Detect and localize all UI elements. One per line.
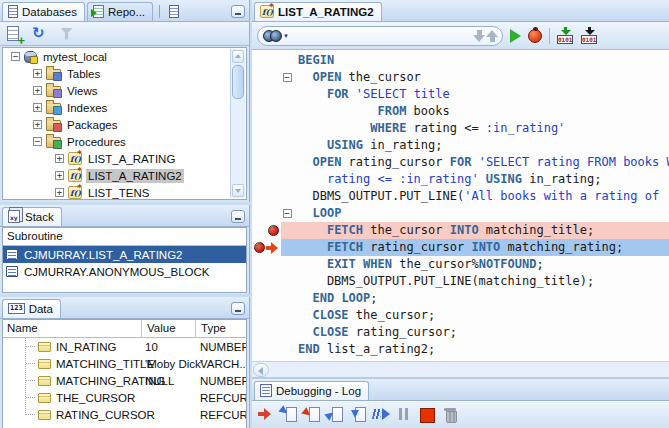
- data-row-matching_rating[interactable]: MATCHING_RATINGNULLNUMBER: [3, 372, 246, 389]
- resume-icon[interactable]: [372, 406, 391, 422]
- minimize-data-panel-button[interactable]: [231, 302, 245, 315]
- find-execution-point-icon[interactable]: [257, 406, 276, 422]
- pause-icon[interactable]: [395, 406, 414, 422]
- code-line-7[interactable]: OPEN rating_cursor FOR 'SELECT rating FR…: [252, 154, 669, 171]
- tab-debugging-log[interactable]: Debugging - Log: [254, 381, 369, 400]
- minimize-databases-panel-button[interactable]: [231, 5, 245, 18]
- search-options-caret-icon[interactable]: [282, 29, 291, 43]
- search-binoculars-icon[interactable]: [263, 29, 282, 42]
- expand-box-icon[interactable]: [33, 86, 42, 95]
- column-header-value[interactable]: Value: [141, 320, 176, 338]
- find-previous-icon[interactable]: [473, 28, 486, 44]
- code-line-8[interactable]: rating <= :in_rating' USING in_rating;: [252, 171, 669, 188]
- step-to-end-icon[interactable]: [349, 406, 368, 422]
- gutter-cell[interactable]: [252, 188, 281, 205]
- code-line-2[interactable]: OPEN the_cursor: [252, 69, 669, 86]
- scroll-left-icon[interactable]: [253, 363, 269, 377]
- code-line-11[interactable]: FETCH the_cursor INTO matching_title;: [252, 222, 669, 239]
- column-header-type[interactable]: Type: [195, 320, 226, 338]
- compile-for-debug-icon[interactable]: 0101: [581, 27, 598, 44]
- expand-box-icon[interactable]: [55, 188, 64, 197]
- stack-row[interactable]: CJMURRAY.ANONYMOUS_BLOCK: [3, 263, 246, 280]
- tree-item-list_a_rating[interactable]: LIST_A_RATING: [3, 150, 246, 167]
- search-field[interactable]: [257, 26, 503, 46]
- gutter-cell[interactable]: [252, 69, 281, 86]
- refresh-icon[interactable]: [31, 25, 50, 43]
- gutter-cell[interactable]: [252, 205, 281, 222]
- terminate-icon[interactable]: [418, 406, 437, 422]
- gutter-cell[interactable]: [252, 103, 281, 120]
- gutter-cell[interactable]: [252, 52, 281, 69]
- collapse-fold-icon[interactable]: [283, 73, 292, 82]
- data-row-rating_cursor[interactable]: RATING_CURSORREFCUR...: [3, 406, 246, 423]
- gutter-cell[interactable]: [252, 86, 281, 103]
- data-row-matching_title[interactable]: MATCHING_TITLE'Moby Dick'VARCH...: [3, 355, 246, 372]
- tree-item-packages[interactable]: Packages: [3, 116, 246, 133]
- code-line-6[interactable]: USING in_rating;: [252, 137, 669, 154]
- code-line-3[interactable]: FOR 'SELECT title: [252, 86, 669, 103]
- gutter-cell[interactable]: [252, 341, 281, 358]
- breakpoint-icon[interactable]: [254, 242, 265, 253]
- code-line-1[interactable]: BEGIN: [252, 52, 669, 69]
- code-line-9[interactable]: DBMS_OUTPUT.PUT_LINE('All books with a r…: [252, 188, 669, 205]
- tree-item-list_tens[interactable]: LIST_TENS: [3, 184, 246, 200]
- gutter-cell[interactable]: [252, 290, 281, 307]
- tab-data[interactable]: 123 Data: [2, 299, 61, 318]
- tree-scrollbar[interactable]: [230, 49, 245, 198]
- tab-document[interactable]: [166, 2, 182, 21]
- tree-item-views[interactable]: Views: [3, 82, 246, 99]
- code-line-5[interactable]: WHERE rating <= :in_rating': [252, 120, 669, 137]
- tab-databases[interactable]: Databases: [2, 2, 85, 21]
- code-line-14[interactable]: DBMS_OUTPUT.PUT_LINE(matching_title);: [252, 273, 669, 290]
- tab-stack[interactable]: Stack: [2, 207, 62, 226]
- find-next-icon[interactable]: [486, 28, 499, 44]
- scroll-up-icon[interactable]: [232, 50, 244, 63]
- minimize-stack-panel-button[interactable]: [231, 210, 245, 223]
- code-line-13[interactable]: EXIT WHEN the_cursor%NOTFOUND;: [252, 256, 669, 273]
- collapse-box-icon[interactable]: [11, 52, 20, 61]
- code-editor[interactable]: BEGIN OPEN the_cursor FOR 'SELECT title …: [252, 50, 669, 361]
- gutter-cell[interactable]: [252, 307, 281, 324]
- expand-box-icon[interactable]: [33, 120, 42, 129]
- gutter-cell[interactable]: [252, 154, 281, 171]
- data-row-the_cursor[interactable]: THE_CURSORREFCUR...: [3, 389, 246, 406]
- gutter-cell[interactable]: [252, 171, 281, 188]
- gutter-cell[interactable]: [252, 137, 281, 154]
- code-line-18[interactable]: END list_a_rating2;: [252, 341, 669, 358]
- tab-list-a-rating2[interactable]: LIST_A_RATING2: [254, 2, 382, 21]
- garbage-collect-icon[interactable]: [441, 406, 460, 422]
- code-line-15[interactable]: END LOOP;: [252, 290, 669, 307]
- filter-icon[interactable]: [57, 25, 76, 43]
- code-line-12[interactable]: FETCH rating_cursor INTO matching_rating…: [252, 239, 669, 256]
- editor-hscrollbar[interactable]: [252, 361, 669, 377]
- expand-box-icon[interactable]: [33, 103, 42, 112]
- gutter-cell[interactable]: [252, 324, 281, 341]
- add-document-icon[interactable]: [5, 25, 24, 43]
- collapse-box-icon[interactable]: [33, 137, 42, 146]
- code-line-17[interactable]: CLOSE rating_cursor;: [252, 324, 669, 341]
- db-tree[interactable]: mytest_localTablesViewsIndexesPackagesPr…: [2, 47, 247, 200]
- breakpoint-icon[interactable]: [268, 225, 279, 236]
- gutter-cell[interactable]: [252, 256, 281, 273]
- code-line-16[interactable]: CLOSE the_cursor;: [252, 307, 669, 324]
- gutter-cell[interactable]: [252, 273, 281, 290]
- tab-reports[interactable]: Repo...: [87, 2, 153, 21]
- tree-item-procedures[interactable]: Procedures: [3, 133, 246, 150]
- expand-box-icon[interactable]: [55, 154, 64, 163]
- debug-icon[interactable]: [528, 29, 542, 43]
- run-icon[interactable]: [510, 29, 521, 43]
- tree-item-tables[interactable]: Tables: [3, 65, 246, 82]
- compile-icon[interactable]: 0101: [557, 27, 574, 44]
- tree-item-indexes[interactable]: Indexes: [3, 99, 246, 116]
- collapse-fold-icon[interactable]: [283, 209, 292, 218]
- step-out-icon[interactable]: [326, 406, 345, 422]
- gutter-cell[interactable]: [252, 239, 281, 256]
- data-row-in_rating[interactable]: IN_RATING10NUMBER: [3, 338, 246, 355]
- expand-box-icon[interactable]: [55, 171, 64, 180]
- stack-row[interactable]: CJMURRAY.LIST_A_RATING2: [3, 246, 246, 263]
- code-line-4[interactable]: FROM books: [252, 103, 669, 120]
- scroll-down-icon[interactable]: [232, 184, 244, 197]
- expand-box-icon[interactable]: [33, 69, 42, 78]
- column-header-name[interactable]: Name: [7, 320, 38, 337]
- tree-item-mytest_local[interactable]: mytest_local: [3, 48, 246, 65]
